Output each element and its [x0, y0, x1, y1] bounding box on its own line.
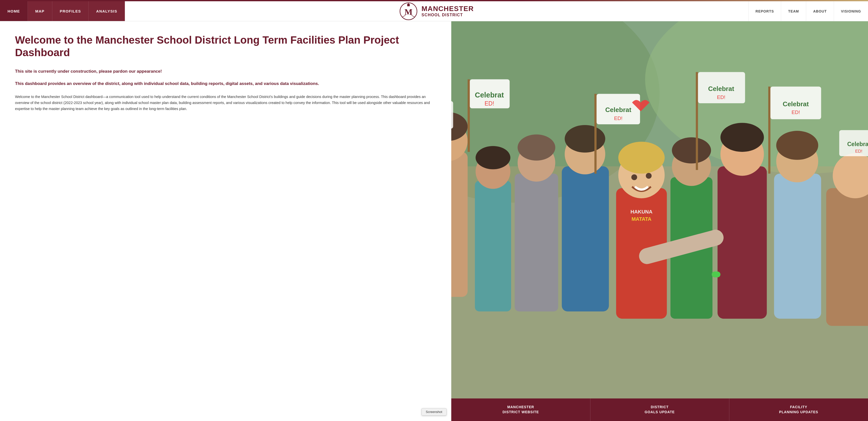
main-content: Welcome to the Manchester School Distric…: [0, 21, 868, 421]
right-panel: Celebrat ED!: [451, 21, 868, 421]
nav-left: HOMEMAPPROFILESANALYSIS: [0, 1, 125, 21]
left-panel: Welcome to the Manchester School Distric…: [0, 21, 451, 421]
body-text: Welcome to the Manchester School Distric…: [15, 94, 436, 112]
hero-photo: Celebrat ED!: [451, 21, 868, 398]
navigation: HOMEMAPPROFILESANALYSIS M MANCHESTER SCH…: [0, 1, 868, 21]
welcome-title: Welcome to the Manchester School Distric…: [15, 34, 436, 59]
under-construction-text: This site is currently under constructio…: [15, 68, 436, 75]
logo-sub-text: SCHOOL DISTRICT: [422, 13, 474, 17]
screenshot-tooltip: Screenshot: [422, 408, 446, 416]
logo-icon: M: [399, 2, 417, 20]
bottom-bar: MANCHESTERDISTRICT WEBSITEDISTRICTGOALS …: [451, 398, 868, 421]
nav-right: REPORTSTEAMABOUTVISIONING: [748, 1, 868, 21]
bottom-bar-item-2[interactable]: FACILITYPLANNING UPDATES: [729, 398, 868, 421]
nav-item-analysis[interactable]: ANALYSIS: [89, 1, 125, 21]
nav-item-about[interactable]: ABOUT: [806, 1, 834, 21]
svg-rect-63: [451, 21, 868, 398]
dashboard-description: This dashboard provides an overview of t…: [15, 80, 436, 87]
nav-item-map[interactable]: MAP: [28, 1, 52, 21]
logo-main-text: MANCHESTER: [422, 5, 474, 13]
svg-rect-1: [407, 4, 410, 6]
nav-item-home[interactable]: HOME: [0, 1, 28, 21]
nav-item-reports[interactable]: REPORTS: [748, 1, 781, 21]
bottom-bar-item-0[interactable]: MANCHESTERDISTRICT WEBSITE: [451, 398, 590, 421]
svg-text:M: M: [404, 7, 412, 17]
svg-marker-2: [407, 3, 410, 4]
bottom-bar-item-1[interactable]: DISTRICTGOALS UPDATE: [590, 398, 729, 421]
nav-item-team[interactable]: TEAM: [781, 1, 806, 21]
nav-item-profiles[interactable]: PROFILES: [52, 1, 89, 21]
nav-item-visioning[interactable]: VISIONING: [834, 1, 868, 21]
nav-center: M MANCHESTER SCHOOL DISTRICT: [125, 1, 748, 21]
logo-text: MANCHESTER SCHOOL DISTRICT: [422, 5, 474, 17]
